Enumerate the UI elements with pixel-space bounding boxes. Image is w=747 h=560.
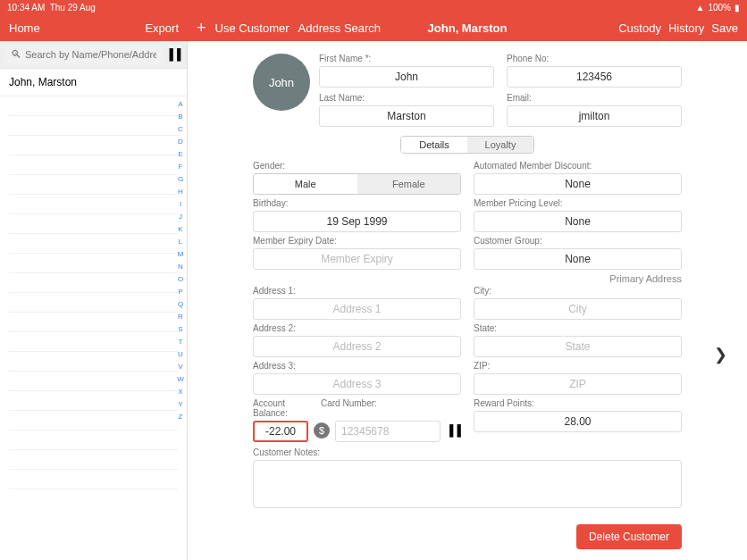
index-O[interactable]: O: [176, 275, 185, 283]
card-label: Card Number:: [321, 398, 377, 418]
tab-loyalty[interactable]: Loyalty: [467, 137, 533, 153]
home-button[interactable]: Home: [9, 21, 40, 35]
index-K[interactable]: K: [176, 225, 185, 233]
battery-pct: 100%: [708, 3, 731, 13]
address-search-button[interactable]: Address Search: [298, 21, 382, 35]
index-Z[interactable]: Z: [176, 413, 185, 421]
custody-button[interactable]: Custody: [618, 21, 661, 35]
email-input[interactable]: [507, 105, 682, 127]
index-H[interactable]: H: [176, 188, 185, 196]
index-I[interactable]: I: [176, 200, 185, 208]
header: Home Export + Use Customer Address Searc…: [0, 14, 747, 41]
group-label: Customer Group:: [474, 236, 682, 246]
barcode-icon[interactable]: ▐▐: [446, 424, 461, 437]
primary-address-label: Primary Address: [474, 273, 682, 284]
first-name-input[interactable]: [319, 66, 494, 88]
search-input[interactable]: [25, 49, 156, 60]
birthday-input[interactable]: 19 Sep 1999: [253, 211, 461, 232]
detail-panel: John First Name *: Phone No: Last Name:: [188, 41, 747, 560]
group-select[interactable]: None: [474, 248, 682, 270]
index-R[interactable]: R: [176, 313, 185, 321]
birthday-label: Birthday:: [253, 198, 461, 208]
address2-label: Address 2:: [253, 323, 461, 333]
index-G[interactable]: G: [176, 175, 185, 183]
zip-input[interactable]: ZIP: [474, 373, 682, 395]
city-input[interactable]: City: [474, 298, 682, 320]
index-Q[interactable]: Q: [176, 300, 185, 308]
card-input[interactable]: [335, 421, 441, 442]
reward-label: Reward Points:: [474, 398, 682, 408]
address3-input[interactable]: Address 3: [253, 373, 461, 395]
state-input[interactable]: State: [474, 336, 682, 357]
add-customer-icon[interactable]: +: [197, 20, 206, 36]
gender-toggle[interactable]: Male Female: [253, 173, 461, 195]
index-B[interactable]: B: [176, 113, 185, 121]
save-button[interactable]: Save: [711, 21, 738, 35]
balance-label: Account Balance:: [253, 398, 308, 418]
first-name-label: First Name *:: [319, 54, 494, 63]
export-button[interactable]: Export: [145, 21, 179, 35]
index-C[interactable]: C: [176, 125, 185, 133]
delete-customer-button[interactable]: Delete Customer: [576, 524, 682, 549]
last-name-input[interactable]: [319, 105, 494, 127]
address2-input[interactable]: Address 2: [253, 336, 461, 357]
zip-label: ZIP:: [474, 361, 682, 371]
alpha-index[interactable]: ABCDEFGHIJKLMNOPQRSTUVWXYZ: [176, 100, 185, 421]
address1-label: Address 1:: [253, 286, 461, 296]
details-loyalty-tabs[interactable]: Details Loyalty: [400, 136, 534, 154]
barcode-scan-icon[interactable]: ▐▐: [165, 48, 181, 61]
list-placeholder: [0, 96, 187, 560]
search-icon: 🔍︎: [11, 48, 21, 61]
discount-select[interactable]: None: [474, 173, 682, 195]
index-L[interactable]: L: [176, 238, 185, 246]
index-D[interactable]: D: [176, 138, 185, 146]
gender-male[interactable]: Male: [254, 174, 357, 194]
history-button[interactable]: History: [668, 21, 704, 35]
gender-female[interactable]: Female: [357, 174, 461, 194]
expiry-label: Member Expiry Date:: [253, 236, 461, 246]
address1-input[interactable]: Address 1: [253, 298, 461, 320]
index-S[interactable]: S: [176, 325, 185, 333]
index-W[interactable]: W: [176, 375, 185, 383]
expiry-input[interactable]: Member Expiry: [253, 248, 461, 270]
chevron-right-icon[interactable]: ❯: [714, 345, 727, 364]
phone-input[interactable]: [507, 66, 682, 88]
index-T[interactable]: T: [176, 338, 185, 346]
wifi-icon: ▲: [696, 3, 705, 13]
index-X[interactable]: X: [176, 388, 185, 396]
reward-value[interactable]: 28.00: [474, 411, 682, 432]
index-M[interactable]: M: [176, 250, 185, 258]
status-bar: 10:34 AM Thu 29 Aug ▲ 100% ▮: [0, 0, 747, 14]
pricing-select[interactable]: None: [474, 211, 682, 232]
battery-icon: ▮: [734, 3, 740, 13]
pricing-label: Member Pricing Level:: [474, 198, 682, 208]
avatar: John: [253, 54, 310, 111]
index-E[interactable]: E: [176, 150, 185, 158]
address3-label: Address 3:: [253, 361, 461, 371]
notes-input[interactable]: [253, 460, 682, 508]
index-P[interactable]: P: [176, 288, 185, 296]
state-label: State:: [474, 323, 682, 333]
index-U[interactable]: U: [176, 350, 185, 358]
index-J[interactable]: J: [176, 213, 185, 221]
index-N[interactable]: N: [176, 263, 185, 271]
tab-details[interactable]: Details: [401, 137, 467, 153]
index-Y[interactable]: Y: [176, 400, 185, 408]
gender-label: Gender:: [253, 161, 461, 171]
search-box[interactable]: 🔍︎: [5, 45, 162, 64]
balance-value[interactable]: -22.00: [253, 421, 308, 442]
index-V[interactable]: V: [176, 363, 185, 371]
status-time: 10:34 AM: [7, 3, 45, 13]
index-F[interactable]: F: [176, 163, 185, 171]
city-label: City:: [474, 286, 682, 296]
notes-label: Customer Notes:: [253, 447, 682, 457]
sidebar: 🔍︎ ▐▐ John, Marston ABCDEFGHIJKLMNOPQRST…: [0, 41, 188, 560]
page-title: John, Marston: [428, 21, 508, 35]
phone-label: Phone No:: [507, 54, 682, 63]
index-A[interactable]: A: [176, 100, 185, 108]
use-customer-button[interactable]: Use Customer: [215, 21, 290, 35]
discount-label: Automated Member Discount:: [474, 161, 682, 171]
dollar-icon[interactable]: $: [314, 422, 330, 439]
list-item[interactable]: John, Marston: [0, 69, 187, 96]
status-date: Thu 29 Aug: [50, 3, 96, 13]
